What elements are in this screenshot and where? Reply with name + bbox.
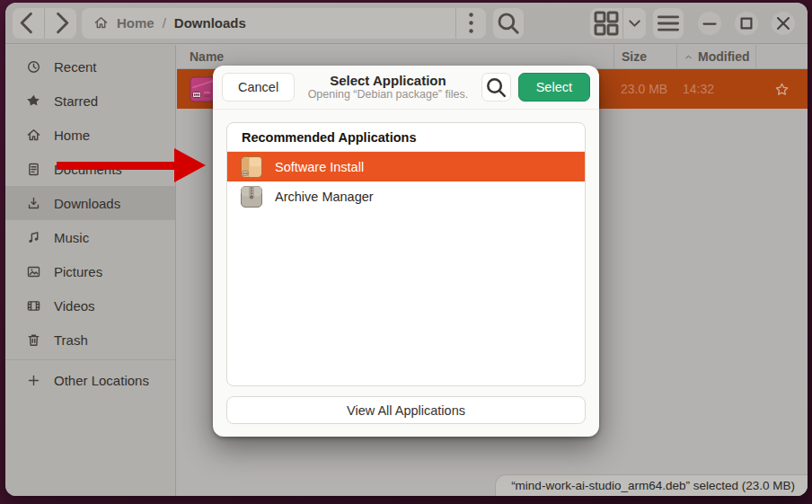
status-bar: “mind-work-ai-studio_arm64.deb” selected… [495,474,808,496]
file-size: 23.0 MB [613,82,676,96]
plus-icon [26,373,41,388]
sidebar: Recent Starred Home Documents Downloads … [5,45,176,496]
star-outline-icon[interactable] [774,82,790,97]
star-icon [26,93,41,109]
select-button[interactable]: Select [518,73,590,102]
music-note-icon [26,230,41,245]
home-icon [93,15,109,31]
document-icon [26,162,41,177]
view-all-applications-button[interactable]: View All Applications [226,396,586,424]
sidebar-item-label: Music [54,230,89,245]
application-list: Recommended Applications Software Instal… [226,122,586,386]
app-row-software-install[interactable]: Software Install [227,152,585,181]
kebab-menu-icon [456,8,486,38]
search-icon [493,8,524,39]
sidebar-item-label: Recent [54,59,97,75]
sidebar-item-label: Starred [54,93,98,109]
clock-icon [26,59,41,75]
maximize-button[interactable] [735,12,758,35]
back-button[interactable] [13,8,44,39]
app-row-archive-manager[interactable]: Archive Manager [227,181,585,211]
application-label: Archive Manager [275,190,374,204]
search-button[interactable] [493,8,524,39]
sidebar-item-other-locations[interactable]: Other Locations [5,363,175,397]
sidebar-item-label: Documents [54,162,122,177]
search-icon [482,74,510,102]
titlebar: Home / Downloads [5,3,808,44]
minimize-button[interactable] [698,12,721,35]
grid-view-icon [590,8,622,39]
view-toggle-group [590,8,646,39]
maximize-icon [735,12,758,35]
sidebar-item-label: Other Locations [54,373,149,388]
column-header-star [755,45,808,68]
column-header-size[interactable]: Size [613,45,676,68]
status-text: “mind-work-ai-studio_arm64.deb” selected… [511,479,795,492]
video-icon [26,298,41,314]
grid-view-button[interactable] [590,8,622,39]
software-install-icon [240,155,263,179]
main-menu-button[interactable] [653,8,684,39]
close-icon [772,12,795,35]
view-options-button[interactable] [623,8,646,39]
sidebar-item-home[interactable]: Home [5,118,175,152]
chevron-right-icon [45,8,76,39]
minimize-icon [698,12,721,35]
picture-icon [26,264,41,279]
close-button[interactable] [772,12,795,35]
application-label: Software Install [275,160,364,174]
sidebar-item-label: Pictures [54,264,102,279]
breadcrumb-current[interactable]: Downloads [174,15,246,31]
home-icon [26,128,41,143]
column-header-modified[interactable]: Modified [676,45,755,68]
dialog-title: Select Application [302,73,474,88]
path-menu-button[interactable] [456,8,486,39]
select-application-dialog: Cancel Select Application Opening “Debia… [213,66,599,437]
sidebar-separator [5,359,175,360]
sidebar-item-starred[interactable]: Starred [5,84,175,118]
sidebar-item-trash[interactable]: Trash [5,323,175,357]
sidebar-item-label: Trash [54,332,88,348]
breadcrumb-separator: / [163,15,166,31]
download-icon [26,196,41,211]
sidebar-item-downloads[interactable]: Downloads [5,186,175,220]
sidebar-item-label: Videos [54,298,95,314]
hamburger-icon [653,8,684,39]
sidebar-item-pictures[interactable]: Pictures [5,254,175,288]
sidebar-item-documents[interactable]: Documents [5,152,175,186]
sidebar-item-label: Home [54,128,90,143]
dialog-title-block: Select Application Opening “Debian packa… [302,73,474,102]
breadcrumb-home[interactable]: Home [117,15,154,31]
sidebar-item-label: Downloads [54,196,120,211]
sidebar-item-music[interactable]: Music [5,220,175,254]
trash-icon [26,332,41,348]
desktop-background: Home / Downloads [0,0,812,504]
dialog-header: Cancel Select Application Opening “Debia… [213,66,599,110]
recommended-applications-header: Recommended Applications [227,123,585,152]
forward-button[interactable] [45,8,76,39]
dialog-search-button[interactable] [481,73,511,102]
chevron-down-icon [623,12,646,34]
sidebar-item-videos[interactable]: Videos [5,288,175,323]
cancel-button[interactable]: Cancel [222,73,295,102]
file-modified: 14:32 [676,82,755,96]
window-controls [698,12,795,35]
sidebar-item-recent[interactable]: Recent [5,49,175,84]
dialog-body: Recommended Applications Software Instal… [213,110,599,437]
archive-manager-icon [240,185,263,208]
dialog-subtitle: Opening “Debian package” files. [302,88,474,101]
sort-ascending-icon [684,52,693,62]
chevron-left-icon [13,8,44,39]
breadcrumb[interactable]: Home / Downloads [82,8,486,39]
history-nav-group [13,8,76,39]
